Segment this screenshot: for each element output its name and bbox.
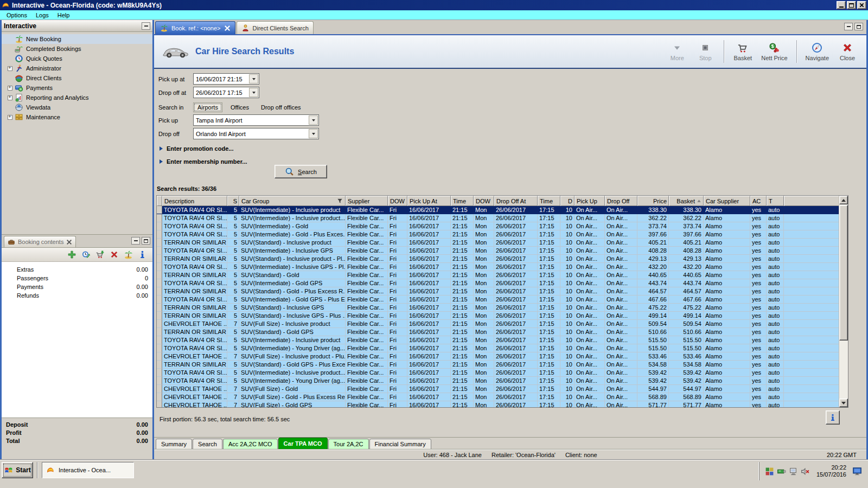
table-row[interactable]: TOYOTA RAV4 OR SI... 5 SUV(Intermediate)… xyxy=(157,336,840,344)
booking-contents-row[interactable]: Refunds 0.00 xyxy=(2,291,152,300)
column-header[interactable]: Car Group xyxy=(239,196,346,206)
dropoff-at-combobox[interactable]: 26/06/2017 17:15 xyxy=(193,87,259,98)
scroll-down-button[interactable] xyxy=(839,399,848,407)
expand-icon[interactable]: + xyxy=(8,95,12,100)
toolbar-button[interactable]: Basket xyxy=(730,40,755,63)
pane-maximize-button[interactable] xyxy=(854,23,863,30)
pane-minimize-button[interactable] xyxy=(844,23,853,30)
column-header[interactable]: DOW xyxy=(388,196,407,206)
show-desktop-icon[interactable] xyxy=(852,466,863,476)
booking-toolbar-icon[interactable] xyxy=(124,250,133,259)
column-header[interactable]: Car Supplier xyxy=(704,196,750,206)
tray-icon[interactable] xyxy=(801,467,810,476)
expand-icon[interactable]: + xyxy=(8,115,12,120)
table-row[interactable]: CHEVROLET TAHOE ... 7 SUV(Full Size) - G… xyxy=(157,401,840,408)
promotion-code-expander[interactable]: Enter promotion code... xyxy=(159,145,233,152)
tray-icon[interactable] xyxy=(789,467,798,476)
table-row[interactable]: CHEVROLET TAHOE ... 7 SUV(Full Size) - G… xyxy=(157,385,840,393)
booking-contents-row[interactable]: Extras 0.00 xyxy=(2,265,152,274)
vertical-scrollbar[interactable] xyxy=(839,196,848,407)
tray-icon[interactable] xyxy=(765,467,774,476)
bottom-tab[interactable]: Summary xyxy=(156,439,192,450)
table-row[interactable]: TERRAIN OR SIMILAR 5 SUV(Standard) - Inc… xyxy=(157,255,840,263)
table-row[interactable]: TERRAIN OR SIMILAR 5 SUV(Standard) - Gol… xyxy=(157,361,840,369)
table-row[interactable]: TOYOTA RAV4 OR SI... 5 SUV(Intermediate)… xyxy=(157,344,840,352)
table-row[interactable]: TOYOTA RAV4 OR SI... 5 SUV(Intermediate)… xyxy=(157,214,840,222)
tab-direct-clients-search[interactable]: Direct Clients Search xyxy=(237,21,314,34)
sidebar-item[interactable]: Quick Quotes xyxy=(2,54,152,63)
dropdown-arrow[interactable] xyxy=(249,74,258,84)
booking-toolbar-icon[interactable] xyxy=(81,250,91,259)
expand-icon[interactable]: + xyxy=(8,86,12,91)
sidebar-item[interactable]: + Maintenance xyxy=(2,112,152,122)
column-header[interactable]: S xyxy=(227,196,239,206)
booking-toolbar-icon[interactable] xyxy=(95,250,105,259)
table-row[interactable]: TOYOTA RAV4 OR SI... 5 SUV(Intermediate)… xyxy=(157,206,840,214)
column-header[interactable]: Time xyxy=(538,196,560,206)
table-row[interactable]: TOYOTA RAV4 OR SI... 5 SUV(Intermediate)… xyxy=(157,230,840,239)
table-row[interactable]: TOYOTA RAV4 OR SI... 5 SUV(Intermediate)… xyxy=(157,263,840,271)
booking-contents-row[interactable]: Payments 0.00 xyxy=(2,282,152,291)
dropdown-arrow[interactable] xyxy=(309,115,318,125)
membership-number-expander[interactable]: Enter membership number... xyxy=(159,158,247,165)
column-header[interactable]: Pick Up xyxy=(575,196,605,206)
table-row[interactable]: CHEVROLET TAHOE ... 7 SUV(Full Size) - G… xyxy=(157,393,840,401)
sidebar-item[interactable]: + Administrator xyxy=(2,63,152,73)
taskbar-clock[interactable]: 20:22 15/07/2016 xyxy=(813,464,846,478)
booking-toolbar-icon[interactable] xyxy=(138,250,147,259)
table-row[interactable]: TOYOTA RAV4 OR SI... 5 SUV(Intermediate)… xyxy=(157,279,840,287)
table-row[interactable]: TERRAIN OR SIMILAR 5 SUV(Standard) - Gol… xyxy=(157,271,840,279)
search-in-option[interactable]: Offices xyxy=(227,103,253,112)
table-row[interactable]: TERRAIN OR SIMILAR 5 SUV(Standard) - Inc… xyxy=(157,239,840,247)
column-header[interactable]: Time xyxy=(451,196,474,206)
taskbar-task-button[interactable]: Interactive - Ocea... xyxy=(42,462,134,478)
pickup-at-combobox[interactable]: 16/06/2017 21:15 xyxy=(193,73,259,85)
table-row[interactable]: TERRAIN OR SIMILAR 5 SUV(Standard) - Gol… xyxy=(157,328,840,336)
search-in-option[interactable]: Drop off offices xyxy=(257,103,305,112)
column-header[interactable]: Drop Off xyxy=(605,196,637,206)
bottom-tab[interactable]: Financial Summary xyxy=(369,439,431,450)
bottom-tab[interactable]: Car TPA MCO xyxy=(278,438,328,450)
tray-icon[interactable] xyxy=(777,467,786,476)
booking-contents-tab[interactable]: Booking contents xyxy=(4,236,76,247)
booking-contents-row[interactable]: Passengers 0 xyxy=(2,274,152,282)
toolbar-button[interactable]: More xyxy=(665,40,690,63)
dropoff-combobox[interactable]: Orlando Intl Airport xyxy=(193,128,319,139)
menu-item[interactable]: Options xyxy=(2,11,31,19)
table-row[interactable]: CHEVROLET TAHOE ... 7 SUV(Full Size) - I… xyxy=(157,352,840,361)
tab-booking-ref[interactable]: Book. ref.: <none> xyxy=(155,21,235,34)
info-button[interactable] xyxy=(826,410,840,425)
column-header[interactable]: DOW xyxy=(474,196,494,206)
booking-toolbar-icon[interactable] xyxy=(67,250,76,259)
toolbar-button[interactable]: Stop xyxy=(693,40,718,63)
column-header[interactable]: T xyxy=(767,196,784,206)
close-icon[interactable] xyxy=(66,239,72,245)
sidebar-collapse-button[interactable] xyxy=(142,22,150,30)
bottom-tab[interactable]: Search xyxy=(193,439,222,450)
window-close-button[interactable] xyxy=(857,1,866,9)
expand-icon[interactable]: + xyxy=(8,66,12,71)
sidebar-item[interactable]: New Booking xyxy=(2,34,152,44)
column-header[interactable]: Drop Off At xyxy=(494,196,538,206)
sidebar-item[interactable]: + Reporting and Analytics xyxy=(2,93,152,102)
sidebar-item[interactable]: Completed Bookings xyxy=(2,44,152,54)
toolbar-button[interactable]: Navigate xyxy=(803,40,832,63)
booking-toolbar-icon[interactable] xyxy=(110,250,119,259)
sidebar-item[interactable]: Viewdata xyxy=(2,102,152,112)
table-row[interactable]: TOYOTA RAV4 OR SI... 5 SUV(Intermediate)… xyxy=(157,377,840,385)
column-header[interactable]: AC xyxy=(750,196,767,206)
pane-minimize-button[interactable] xyxy=(131,237,140,245)
search-in-option[interactable]: Airports xyxy=(193,102,222,112)
table-row[interactable]: TERRAIN OR SIMILAR 5 SUV(Standard) - Gol… xyxy=(157,287,840,296)
window-maximize-button[interactable] xyxy=(847,1,856,9)
pane-maximize-button[interactable] xyxy=(142,237,150,245)
toolbar-button[interactable]: Nett Price xyxy=(758,40,790,63)
column-header[interactable]: Description xyxy=(162,196,227,206)
column-header[interactable]: Pick Up At xyxy=(407,196,451,206)
scroll-up-button[interactable] xyxy=(839,196,848,204)
table-row[interactable]: TOYOTA RAV4 OR SI... 5 SUV(Intermediate)… xyxy=(157,247,840,255)
start-button[interactable]: Start xyxy=(2,462,33,478)
scrollbar-thumb[interactable] xyxy=(839,205,848,341)
column-header[interactable]: Supplier xyxy=(346,196,388,206)
menu-item[interactable]: Logs xyxy=(31,11,53,19)
